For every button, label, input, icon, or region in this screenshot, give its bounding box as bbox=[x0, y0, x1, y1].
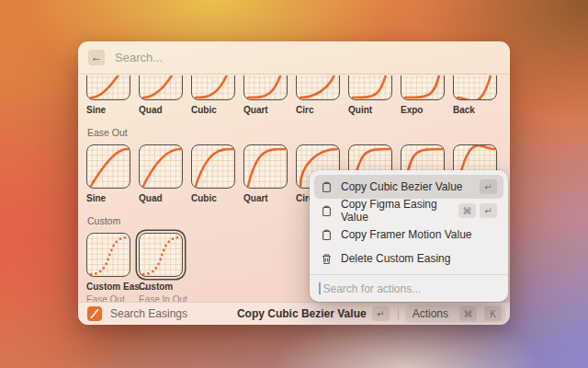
easing-thumbnail bbox=[139, 144, 183, 189]
easing-item-ease-out-quad[interactable]: Quad bbox=[139, 144, 183, 203]
easing-thumbnail bbox=[191, 75, 235, 100]
easing-label: Back bbox=[453, 105, 497, 115]
key-badge: ↵ bbox=[480, 179, 497, 194]
easing-subtitle: Ease In Out bbox=[139, 294, 183, 302]
easing-item-custom-custom-eas[interactable]: Custom Eas...Ease Out bbox=[86, 233, 130, 302]
easing-thumbnail bbox=[139, 75, 183, 100]
easing-row-ease-in: SineQuadCubicQuartCircQuintExpoBack bbox=[86, 75, 510, 115]
return-key-badge: ↵ bbox=[372, 306, 390, 321]
k-key-badge: K bbox=[484, 306, 502, 321]
easing-label: Sine bbox=[86, 105, 130, 115]
launcher-window: ← Search... SineQuadCubicQuartCircQuintE… bbox=[78, 41, 510, 325]
easing-label: Expo bbox=[401, 105, 445, 115]
actions-search-placeholder: Search for actions... bbox=[323, 282, 422, 295]
actions-button-label: Actions bbox=[413, 307, 448, 320]
easing-item-custom-custom[interactable]: CustomEase In Out bbox=[139, 233, 183, 302]
footer-divider bbox=[398, 308, 399, 320]
easing-item-ease-in-quad[interactable]: Quad bbox=[139, 75, 183, 115]
easing-item-ease-out-cubic[interactable]: Cubic bbox=[191, 144, 235, 203]
easing-label: Custom bbox=[139, 282, 183, 292]
menu-item-label: Copy Cubic Bezier Value bbox=[341, 180, 463, 193]
easing-label: Quart bbox=[243, 105, 288, 115]
easing-item-ease-out-sine[interactable]: Sine bbox=[86, 144, 130, 203]
easing-item-ease-in-circ[interactable]: Circ bbox=[296, 75, 340, 115]
clipboard-icon bbox=[321, 181, 333, 193]
easings-app-icon bbox=[87, 306, 102, 321]
easing-item-ease-in-sine[interactable]: Sine bbox=[86, 75, 130, 115]
easing-thumbnail bbox=[296, 75, 340, 100]
footer-actions: Copy Cubic Bezier Value ↵ Actions ⌘ K bbox=[237, 305, 505, 323]
footer-bar: Search Easings Copy Cubic Bezier Value ↵… bbox=[78, 302, 510, 325]
menu-item-label: Copy Framer Motion Value bbox=[341, 228, 472, 241]
easing-thumbnail bbox=[401, 75, 445, 100]
easing-item-ease-in-back[interactable]: Back bbox=[453, 75, 497, 115]
menu-item-delete-custom-easing[interactable]: Delete Custom Easing bbox=[314, 247, 503, 270]
menu-item-shortcut: ⌘↵ bbox=[458, 203, 497, 218]
easing-label: Quad bbox=[139, 105, 183, 115]
back-button[interactable]: ← bbox=[88, 50, 105, 65]
cmd-key-badge: ⌘ bbox=[459, 306, 477, 321]
clipboard-icon bbox=[321, 205, 333, 217]
easing-thumbnail bbox=[86, 75, 130, 100]
section-title-ease-out: Ease Out bbox=[87, 127, 510, 138]
easing-label: Circ bbox=[296, 105, 340, 115]
desktop-background: ← Search... SineQuadCubicQuartCircQuintE… bbox=[0, 0, 588, 368]
easing-item-ease-in-quart[interactable]: Quart bbox=[243, 75, 288, 115]
easing-thumbnail bbox=[191, 144, 235, 189]
key-badge: ⌘ bbox=[458, 203, 476, 218]
menu-item-copy-figma-easing-value[interactable]: Copy Figma Easing Value⌘↵ bbox=[314, 199, 503, 223]
text-caret bbox=[319, 282, 321, 294]
easing-thumbnail bbox=[348, 75, 392, 100]
footer-app-label: Search Easings bbox=[110, 307, 187, 320]
easing-label: Cubic bbox=[191, 105, 235, 115]
easing-subtitle: Ease Out bbox=[86, 294, 130, 302]
easing-thumbnail bbox=[139, 233, 183, 277]
actions-context-menu: Copy Cubic Bezier Value↵Copy Figma Easin… bbox=[310, 170, 508, 302]
easing-label: Quart bbox=[243, 193, 288, 203]
easing-label: Quad bbox=[139, 193, 183, 203]
easing-label: Cubic bbox=[191, 193, 235, 203]
menu-item-label: Copy Figma Easing Value bbox=[341, 198, 450, 224]
clipboard-icon bbox=[321, 229, 333, 241]
easing-item-ease-in-expo[interactable]: Expo bbox=[401, 75, 445, 115]
actions-button[interactable]: Actions ⌘ K bbox=[405, 305, 505, 323]
menu-item-label: Delete Custom Easing bbox=[341, 252, 450, 265]
easing-thumbnail bbox=[243, 75, 288, 100]
easing-item-ease-out-quart[interactable]: Quart bbox=[243, 144, 288, 203]
menu-item-copy-framer-motion-value[interactable]: Copy Framer Motion Value bbox=[314, 223, 503, 247]
arrow-left-icon: ← bbox=[91, 51, 102, 63]
easing-thumbnail bbox=[86, 233, 130, 277]
menu-item-copy-cubic-bezier-value[interactable]: Copy Cubic Bezier Value↵ bbox=[314, 175, 503, 199]
trash-icon bbox=[321, 253, 333, 265]
search-header: ← Search... bbox=[78, 41, 510, 75]
easing-item-ease-in-cubic[interactable]: Cubic bbox=[191, 75, 235, 115]
menu-items: Copy Cubic Bezier Value↵Copy Figma Easin… bbox=[314, 175, 503, 270]
easing-item-ease-in-quint[interactable]: Quint bbox=[348, 75, 392, 115]
easing-thumbnail bbox=[243, 144, 288, 189]
easing-label: Sine bbox=[86, 193, 130, 203]
primary-action-button[interactable]: Copy Cubic Bezier Value bbox=[237, 307, 367, 320]
easing-thumbnail bbox=[453, 75, 497, 100]
search-input[interactable]: Search... bbox=[115, 51, 163, 64]
menu-item-shortcut: ↵ bbox=[480, 179, 497, 194]
easing-label: Custom Eas... bbox=[86, 282, 130, 292]
actions-search-field[interactable]: Search for actions... bbox=[310, 274, 508, 302]
key-badge: ↵ bbox=[480, 203, 497, 218]
easing-label: Quint bbox=[348, 105, 392, 115]
easing-thumbnail bbox=[86, 144, 130, 189]
